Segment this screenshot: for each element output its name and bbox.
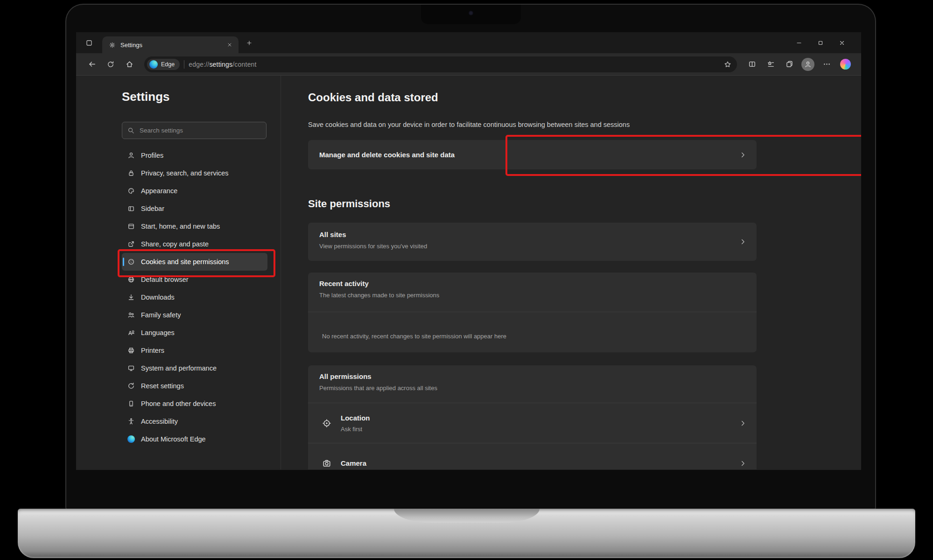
sidebar-item-label: About Microsoft Edge	[141, 435, 206, 443]
laptop-base	[18, 509, 915, 558]
sidebar-item-sidebar[interactable]: Sidebar	[122, 200, 267, 217]
sidebar-item-reset-settings[interactable]: Reset settings	[122, 377, 267, 395]
card-divider	[308, 312, 757, 312]
sidebar-item-family-safety[interactable]: Family safety	[122, 306, 267, 324]
back-button[interactable]	[84, 56, 100, 73]
sidebar-item-label: Start, home, and new tabs	[141, 223, 220, 230]
permission-row-camera[interactable]: Camera	[308, 443, 757, 469]
permission-subtitle: Ask first	[341, 426, 370, 433]
main-panel: Cookies and data stored Save cookies and…	[281, 76, 861, 469]
all-sites-card[interactable]: All sites View permissions for sites you…	[308, 223, 757, 261]
sidebar-item-label: Languages	[141, 329, 175, 336]
sidebar-item-languages[interactable]: Languages	[122, 324, 267, 342]
permission-title: Location	[341, 414, 370, 422]
url-path: /content	[232, 61, 256, 68]
sidebar-item-label: Phone and other devices	[141, 400, 216, 407]
reset-icon	[127, 382, 135, 390]
profile-avatar-button[interactable]	[800, 56, 816, 73]
card-subtitle: View permissions for sites you've visite…	[319, 243, 745, 250]
refresh-icon	[107, 61, 114, 68]
sidebar-item-phone-and-other-devices[interactable]: Phone and other devices	[122, 395, 267, 413]
sidebar-item-accessibility[interactable]: Accessibility	[122, 413, 267, 430]
sidebar-item-label: Privacy, search, and services	[141, 169, 229, 177]
language-icon	[127, 329, 135, 336]
sidebar-item-profiles[interactable]: Profiles	[122, 147, 267, 164]
sidebar-item-label: Appearance	[141, 187, 177, 195]
new-tab-button[interactable]	[242, 36, 256, 50]
more-options-button[interactable]	[818, 56, 835, 73]
site-name-chip[interactable]: Edge	[147, 59, 180, 70]
permission-row-location[interactable]: LocationAsk first	[308, 403, 757, 443]
sidebar-item-appearance[interactable]: Appearance	[122, 182, 267, 200]
browser-tab-settings[interactable]: Settings	[102, 36, 239, 53]
search-input[interactable]	[139, 126, 261, 134]
settings-page: Settings ProfilesPrivacy, search, and se…	[76, 76, 861, 469]
card-title: All permissions	[319, 372, 745, 380]
sidebar-item-label: Family safety	[141, 311, 181, 319]
home-button[interactable]	[121, 56, 138, 73]
sidebar-item-label: Printers	[141, 347, 164, 354]
chevron-right-icon	[739, 151, 746, 158]
sidebar-item-system-and-performance[interactable]: System and performance	[122, 359, 267, 377]
url-scheme: edge://	[189, 61, 209, 68]
sidebar-item-label: Sidebar	[141, 205, 164, 212]
refresh-button[interactable]	[102, 56, 119, 73]
plus-icon	[246, 40, 253, 46]
cookies-section-title: Cookies and data stored	[308, 91, 438, 104]
permission-rows: LocationAsk firstCamera	[308, 403, 757, 469]
sidebar-item-label: Reset settings	[141, 382, 184, 390]
collections-button[interactable]	[781, 56, 798, 73]
split-screen-icon	[748, 60, 756, 68]
edge-logo-icon	[127, 435, 135, 443]
sidebar-item-label: Downloads	[141, 294, 175, 301]
person-icon	[127, 152, 135, 159]
site-permissions-title: Site permissions	[308, 198, 390, 210]
address-divider	[184, 60, 184, 69]
tab-close-button[interactable]	[224, 40, 235, 50]
webcam-icon	[469, 11, 473, 15]
copilot-button[interactable]	[837, 56, 854, 73]
sidebar-item-about-microsoft-edge[interactable]: About Microsoft Edge	[122, 430, 267, 448]
sidebar-item-cookies-and-site-permissions[interactable]: Cookies and site permissions	[122, 253, 267, 271]
location-icon	[322, 419, 331, 428]
window-close-button[interactable]	[831, 32, 853, 53]
card-subtitle: Permissions that are applied across all …	[319, 385, 745, 392]
settings-nav: ProfilesPrivacy, search, and servicesApp…	[122, 147, 267, 448]
printer-icon	[127, 347, 135, 354]
sidebar-item-share-copy-and-paste[interactable]: Share, copy and paste	[122, 235, 267, 253]
globe-icon	[127, 276, 135, 283]
camera-notch	[421, 5, 521, 24]
window-minimize-button[interactable]	[788, 32, 810, 53]
favorites-button[interactable]	[762, 56, 779, 73]
sidebar-item-label: Default browser	[141, 276, 189, 283]
maximize-icon	[817, 40, 824, 46]
settings-search-box[interactable]	[122, 122, 267, 139]
avatar-icon	[801, 58, 814, 71]
split-screen-button[interactable]	[744, 56, 760, 73]
tab-switcher-button[interactable]	[83, 36, 96, 49]
monitor-icon	[127, 364, 135, 372]
all-permissions-card: All permissions Permissions that are app…	[308, 365, 757, 469]
favorites-star-list-icon	[767, 60, 775, 68]
card-title: Recent activity	[319, 280, 745, 287]
sidebar-item-default-browser[interactable]: Default browser	[122, 271, 267, 288]
phone-icon	[127, 400, 135, 407]
sidebar-item-printers[interactable]: Printers	[122, 342, 267, 359]
sidebar-item-privacy-search-and-services[interactable]: Privacy, search, and services	[122, 164, 267, 182]
avatar-person-icon	[804, 61, 812, 68]
add-favorite-button[interactable]	[721, 58, 734, 71]
address-bar[interactable]: Edge edge://settings/content	[144, 56, 737, 72]
sidebar-item-downloads[interactable]: Downloads	[122, 288, 267, 306]
sidebar-item-start-home-and-new-tabs[interactable]: Start, home, and new tabs	[122, 217, 267, 235]
manage-cookies-card[interactable]: Manage and delete cookies and site data	[308, 140, 757, 169]
url-host: settings	[209, 61, 232, 68]
window-maximize-button[interactable]	[810, 32, 831, 53]
palette-icon	[127, 187, 135, 195]
accessibility-icon	[127, 418, 135, 425]
lock-icon	[127, 169, 135, 177]
layout-icon	[127, 223, 135, 230]
tab-strip: Settings	[76, 32, 861, 53]
sidebar-item-label: System and performance	[141, 364, 217, 372]
home-icon	[126, 60, 133, 68]
browser-toolbar: Edge edge://settings/content	[76, 53, 861, 76]
